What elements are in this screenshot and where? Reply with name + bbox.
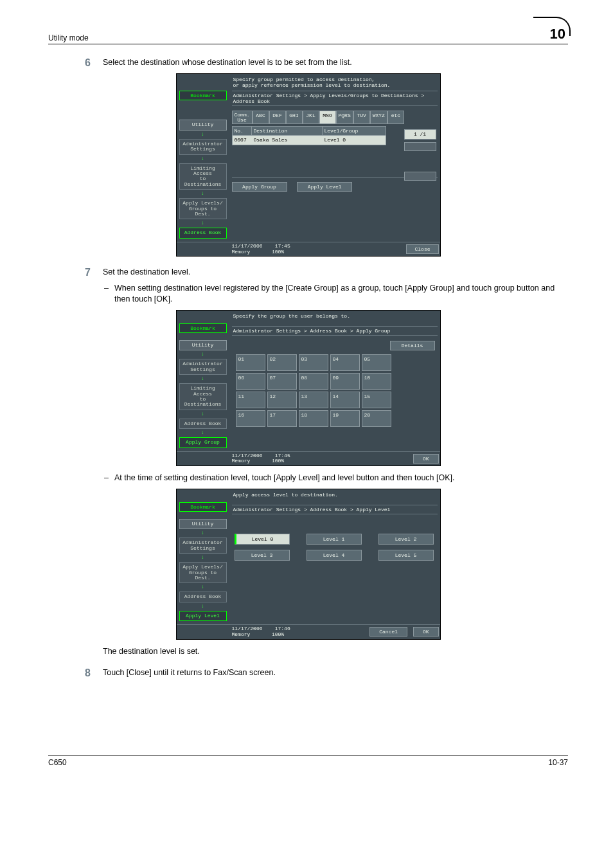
step-number: 7 xyxy=(85,266,91,280)
bookmark-button[interactable]: Bookmark xyxy=(179,91,227,100)
step-8: 8 Touch [Close] until it returns to Fax/… xyxy=(103,667,568,678)
group-cell[interactable]: 19 xyxy=(330,410,360,427)
step-7: 7 Set the destination level. When settin… xyxy=(103,267,568,305)
scroll-up-button[interactable] xyxy=(404,142,436,151)
bookmark-button[interactable]: Bookmark xyxy=(179,323,227,333)
group-cell[interactable]: 07 xyxy=(267,373,297,390)
side-limiting-access[interactable]: Limiting Access to Destinations xyxy=(179,383,227,410)
group-cell[interactable]: 09 xyxy=(330,373,360,390)
tab-wxyz[interactable]: WXYZ xyxy=(370,111,387,123)
tab-ghi[interactable]: GHI xyxy=(286,111,303,123)
col-no: No. xyxy=(233,127,252,135)
level-5-button[interactable]: Level 5 xyxy=(378,550,434,561)
arrow-down-icon: ↓ xyxy=(178,604,228,609)
chapter-corner: 10 xyxy=(547,26,568,42)
group-cell[interactable]: 13 xyxy=(299,392,328,408)
step-text: The destination level is set. xyxy=(103,647,200,656)
side-utility[interactable]: Utility xyxy=(179,120,227,130)
ok-button[interactable]: OK xyxy=(413,627,439,637)
tab-pqrs[interactable]: PQRS xyxy=(336,111,353,123)
lcd-message: Apply access level to destination. xyxy=(232,491,438,503)
arrow-down-icon: ↓ xyxy=(178,584,228,590)
level-3-button[interactable]: Level 3 xyxy=(235,550,290,561)
arrow-down-icon: ↓ xyxy=(178,352,228,357)
tab-etc[interactable]: etc xyxy=(387,111,404,123)
tab-tuv[interactable]: TUV xyxy=(353,111,370,123)
close-button[interactable]: Close xyxy=(406,244,438,254)
bookmark-button[interactable]: Bookmark xyxy=(179,502,227,512)
group-cell[interactable]: 14 xyxy=(330,392,360,408)
step-text: Set the destination level. xyxy=(103,267,190,276)
group-cell[interactable]: 15 xyxy=(362,392,391,408)
side-address-book[interactable]: Address Book xyxy=(179,592,227,602)
breadcrumb: Administrator Settings > Apply Levels/Gr… xyxy=(232,91,438,106)
arrow-down-icon: ↓ xyxy=(178,530,228,536)
step-sub: At the time of setting destination level… xyxy=(114,473,568,484)
side-admin-settings[interactable]: Administrator Settings xyxy=(179,359,227,375)
step-6: 6 Select the destination whose destinati… xyxy=(103,57,568,68)
footer-model: C650 xyxy=(48,758,67,767)
group-cell[interactable]: 01 xyxy=(236,354,265,371)
level-0-button[interactable]: Level 0 xyxy=(235,534,290,545)
level-row: Level 3 Level 4 Level 5 xyxy=(235,550,435,561)
group-cell[interactable]: 04 xyxy=(330,354,360,371)
level-2-button[interactable]: Level 2 xyxy=(378,534,434,545)
ok-button[interactable]: OK xyxy=(413,454,439,464)
group-grid: 01 02 03 04 05 06 07 08 09 10 11 12 13 1… xyxy=(236,354,434,427)
side-admin-settings[interactable]: Administrator Settings xyxy=(179,538,227,554)
arrow-down-icon: ↓ xyxy=(178,411,228,417)
lcd-message: Specify group permitted to access destin… xyxy=(232,75,438,90)
destination-table: No. Destination Level/Group 0007 Osaka S… xyxy=(232,126,386,145)
group-cell[interactable]: 16 xyxy=(236,410,265,427)
group-cell[interactable]: 02 xyxy=(267,354,297,371)
side-apply-levels[interactable]: Apply Levels/ Groups to Dest. xyxy=(179,198,227,219)
tab-mno[interactable]: MNO xyxy=(319,111,336,123)
tab-def[interactable]: DEF xyxy=(269,111,286,123)
apply-group-button[interactable]: Apply Group xyxy=(232,182,287,192)
step-sub: When setting destination level registere… xyxy=(114,283,568,305)
arrow-down-icon: ↓ xyxy=(178,191,228,196)
alpha-tabs: Comm. Use ABC DEF GHI JKL MNO PQRS TUV W… xyxy=(232,111,438,123)
side-admin-settings[interactable]: Administrator Settings xyxy=(179,139,227,155)
side-address-book[interactable]: Address Book xyxy=(179,419,227,429)
side-utility[interactable]: Utility xyxy=(179,340,227,350)
group-cell[interactable]: 18 xyxy=(299,410,328,427)
tab-abc[interactable]: ABC xyxy=(253,111,269,123)
side-apply-levels[interactable]: Apply Levels/ Groups to Dest. xyxy=(179,562,227,583)
details-button[interactable]: Details xyxy=(390,341,435,350)
side-utility[interactable]: Utility xyxy=(179,519,227,529)
group-cell[interactable]: 08 xyxy=(299,373,328,390)
table-row[interactable]: 0007 Osaka Sales Level 0 xyxy=(233,136,386,145)
step-text: Touch [Close] until it returns to Fax/Sc… xyxy=(103,668,276,677)
step-number: 6 xyxy=(85,56,91,70)
arrow-down-icon: ↓ xyxy=(178,555,228,560)
chapter-number: 10 xyxy=(547,26,568,42)
status-bar: 11/17/2006 17:45 Memory 100% OK xyxy=(177,451,440,466)
scroll-down-button[interactable] xyxy=(404,172,436,181)
apply-level-button[interactable]: Apply Level xyxy=(297,182,352,192)
side-address-book[interactable]: Address Book xyxy=(179,228,227,238)
arrow-down-icon: ↓ xyxy=(178,221,228,226)
step-7-sub2: At the time of setting destination level… xyxy=(103,473,568,484)
level-4-button[interactable]: Level 4 xyxy=(306,550,362,561)
level-row: Level 0 Level 1 Level 2 xyxy=(235,534,435,545)
breadcrumb: Administrator Settings > Address Book > … xyxy=(232,326,438,336)
side-apply-level[interactable]: Apply Level xyxy=(179,611,227,621)
group-cell[interactable]: 20 xyxy=(362,410,391,427)
tab-jkl[interactable]: JKL xyxy=(303,111,319,123)
group-cell[interactable]: 10 xyxy=(362,373,391,390)
lcd-panel-apply-group: Bookmark Specify the group the user belo… xyxy=(176,310,441,466)
group-cell[interactable]: 11 xyxy=(236,392,265,408)
group-cell[interactable]: 05 xyxy=(362,354,391,371)
group-cell[interactable]: 03 xyxy=(299,354,328,371)
arrow-down-icon: ↓ xyxy=(178,132,228,137)
group-cell[interactable]: 06 xyxy=(236,373,265,390)
group-cell[interactable]: 12 xyxy=(267,392,297,408)
side-apply-group[interactable]: Apply Group xyxy=(179,437,227,448)
page-indicator: 1 /1 xyxy=(404,129,436,140)
tab-commuse[interactable]: Comm. Use xyxy=(232,111,253,123)
group-cell[interactable]: 17 xyxy=(267,410,297,427)
side-limiting-access[interactable]: Limiting Access to Destinations xyxy=(179,163,227,190)
level-1-button[interactable]: Level 1 xyxy=(306,534,362,545)
cancel-button[interactable]: Cancel xyxy=(369,627,407,637)
